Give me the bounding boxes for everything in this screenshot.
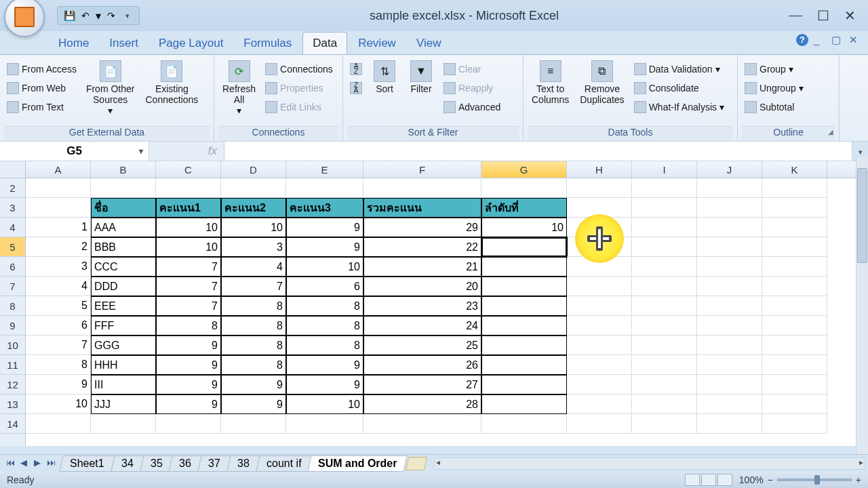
cell[interactable]: 9 bbox=[156, 375, 221, 394]
remove-duplicates-button[interactable]: ⧉Remove Duplicates bbox=[576, 58, 628, 108]
from-other-sources-button[interactable]: 📄From Other Sources▾ bbox=[82, 58, 139, 119]
cell[interactable]: 9 bbox=[286, 218, 363, 237]
from-access-button[interactable]: From Access bbox=[4, 60, 79, 78]
cell[interactable]: 7 bbox=[156, 296, 221, 316]
cell[interactable]: 7 bbox=[156, 257, 221, 277]
cell[interactable]: 8 bbox=[221, 296, 286, 316]
cell[interactable]: CCC bbox=[91, 257, 156, 277]
cell[interactable]: 3 bbox=[26, 257, 91, 277]
from-web-button[interactable]: From Web bbox=[4, 79, 79, 97]
row-header-10[interactable]: 10 bbox=[0, 336, 25, 355]
new-sheet-button[interactable] bbox=[406, 457, 427, 470]
cell[interactable]: 2 bbox=[26, 237, 91, 257]
advanced-button[interactable]: Advanced bbox=[441, 98, 503, 116]
cell[interactable]: BBB bbox=[91, 237, 156, 257]
cell[interactable] bbox=[481, 336, 567, 355]
save-icon[interactable]: 💾 bbox=[63, 9, 75, 22]
sheet-nav-first-icon[interactable]: ⏮ bbox=[4, 458, 16, 470]
col-header-D[interactable]: D bbox=[221, 161, 286, 178]
tab-page-layout[interactable]: Page Layout bbox=[149, 33, 233, 54]
cell[interactable]: 9 bbox=[221, 394, 286, 414]
cell[interactable]: AAA bbox=[91, 218, 156, 237]
sheet-tab[interactable]: SUM and Order bbox=[308, 455, 408, 472]
workbook-close-icon[interactable]: ✕ bbox=[849, 34, 861, 46]
zoom-out-icon[interactable]: − bbox=[768, 474, 773, 485]
cell[interactable]: 25 bbox=[363, 336, 481, 355]
cell[interactable]: HHH bbox=[91, 355, 156, 375]
sheet-nav-last-icon[interactable]: ⏭ bbox=[45, 458, 57, 470]
cell[interactable]: 9 bbox=[286, 375, 363, 394]
tab-insert[interactable]: Insert bbox=[100, 33, 148, 54]
tab-formulas[interactable]: Formulas bbox=[234, 33, 301, 54]
sheet-nav-next-icon[interactable]: ▶ bbox=[31, 458, 43, 470]
group-button[interactable]: Group ▾ bbox=[742, 60, 806, 78]
cell[interactable]: 7 bbox=[156, 277, 221, 296]
close-icon[interactable]: ✕ bbox=[844, 7, 856, 24]
cell[interactable]: 9 bbox=[26, 375, 91, 394]
cell[interactable]: 9 bbox=[156, 336, 221, 355]
cell[interactable]: 8 bbox=[156, 316, 221, 336]
cell[interactable]: 10 bbox=[156, 237, 221, 257]
row-header-11[interactable]: 11 bbox=[0, 355, 25, 375]
cell[interactable]: 10 bbox=[481, 218, 567, 237]
vertical-scrollbar[interactable] bbox=[856, 157, 868, 455]
row-header-4[interactable]: 4 bbox=[0, 218, 25, 237]
row-header-9[interactable]: 9 bbox=[0, 316, 25, 336]
cell[interactable]: 7 bbox=[26, 336, 91, 355]
cell[interactable]: 9 bbox=[286, 355, 363, 375]
col-header-B[interactable]: B bbox=[91, 161, 156, 178]
sort-za-button[interactable]: ZA bbox=[347, 79, 365, 97]
cell[interactable]: 29 bbox=[363, 218, 481, 237]
sheet-nav-prev-icon[interactable]: ◀ bbox=[18, 458, 30, 470]
sheet-tab[interactable]: 37 bbox=[198, 455, 231, 472]
filter-button[interactable]: ▼Filter bbox=[404, 58, 438, 97]
cell[interactable]: 1 bbox=[26, 218, 91, 237]
cell[interactable]: III bbox=[91, 375, 156, 394]
cell[interactable]: 10 bbox=[221, 218, 286, 237]
subtotal-button[interactable]: Subtotal bbox=[742, 98, 806, 116]
zoom-slider[interactable] bbox=[777, 479, 852, 481]
tab-home[interactable]: Home bbox=[49, 33, 98, 54]
sheet-tab[interactable]: count if bbox=[256, 455, 312, 472]
connections-button[interactable]: Connections bbox=[262, 60, 336, 78]
col-header-H[interactable]: H bbox=[567, 161, 632, 178]
redo-icon[interactable]: ↷ bbox=[105, 9, 117, 22]
cell[interactable]: 21 bbox=[363, 257, 481, 277]
cell[interactable]: 8 bbox=[221, 355, 286, 375]
cell[interactable]: 8 bbox=[221, 316, 286, 336]
cell[interactable]: 4 bbox=[26, 277, 91, 296]
row-header-7[interactable]: 7 bbox=[0, 277, 25, 296]
cell[interactable] bbox=[481, 277, 567, 296]
cell[interactable] bbox=[481, 394, 567, 414]
select-all-button[interactable] bbox=[0, 161, 25, 178]
fx-icon[interactable]: fx bbox=[208, 144, 217, 158]
from-text-button[interactable]: From Text bbox=[4, 98, 79, 116]
view-page-layout-icon[interactable] bbox=[701, 474, 716, 486]
maximize-icon[interactable]: ☐ bbox=[817, 7, 829, 24]
col-header-E[interactable]: E bbox=[286, 161, 363, 178]
cell[interactable]: DDD bbox=[91, 277, 156, 296]
text-to-columns-button[interactable]: ≡Text to Columns bbox=[528, 58, 573, 108]
zoom-level[interactable]: 100% bbox=[739, 474, 764, 485]
consolidate-button[interactable]: Consolidate bbox=[631, 79, 727, 97]
cell[interactable]: 9 bbox=[156, 355, 221, 375]
formula-bar[interactable] bbox=[224, 142, 852, 161]
refresh-all-button[interactable]: ⟳Refresh All▾ bbox=[218, 58, 260, 119]
ungroup-button[interactable]: Ungroup ▾ bbox=[742, 79, 806, 97]
cell[interactable]: 8 bbox=[286, 296, 363, 316]
row-header-5[interactable]: 5 bbox=[0, 237, 25, 257]
row-header-3[interactable]: 3 bbox=[0, 198, 25, 218]
tab-view[interactable]: View bbox=[407, 33, 451, 54]
cell[interactable]: 6 bbox=[26, 316, 91, 336]
cell[interactable]: 10 bbox=[286, 394, 363, 414]
cell[interactable]: FFF bbox=[91, 316, 156, 336]
row-header-6[interactable]: 6 bbox=[0, 257, 25, 277]
undo-icon[interactable]: ↶ bbox=[79, 9, 92, 22]
zoom-in-icon[interactable]: + bbox=[856, 474, 861, 485]
cell[interactable]: EEE bbox=[91, 296, 156, 316]
tab-data[interactable]: Data bbox=[302, 32, 347, 54]
cell[interactable] bbox=[481, 257, 567, 277]
view-page-break-icon[interactable] bbox=[717, 474, 732, 486]
col-header-C[interactable]: C bbox=[156, 161, 221, 178]
cell[interactable]: 10 bbox=[156, 218, 221, 237]
